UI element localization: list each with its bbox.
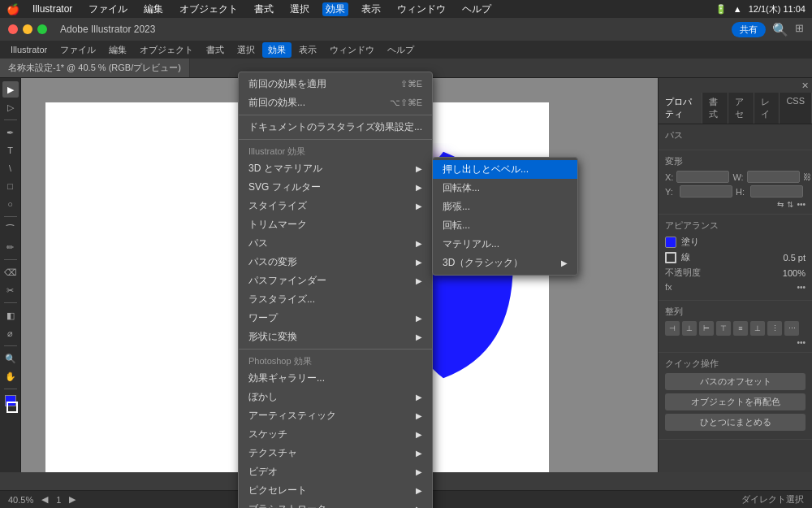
align-more-icon[interactable]: ••• [797,338,806,347]
tool-eraser[interactable]: ⌫ [2,264,19,280]
mac-menu-object[interactable]: オブジェクト [176,2,241,16]
mac-menu-help[interactable]: ヘルプ [459,2,495,16]
tool-paintbrush[interactable]: ⁀ [2,221,19,237]
tool-gradient[interactable]: ◧ [2,307,19,323]
mac-menu-file[interactable]: ファイル [85,2,131,16]
doc-tab[interactable]: 名称未設定-1* @ 40.5 % (RGB/プレビュー) [0,59,190,77]
menu-trim-marks[interactable]: トリムマーク [239,215,432,234]
nav-next[interactable]: ▶ [69,494,76,505]
tool-zoom[interactable]: 🔍 [2,350,19,367]
mac-menu-select[interactable]: 選択 [287,2,313,16]
tab-css[interactable]: CSS [780,93,812,124]
tool-select[interactable]: ▶ [2,81,19,98]
app-menu-type[interactable]: 書式 [201,42,230,58]
menu-distort-transform[interactable]: パスの変形 ▶ [239,253,432,271]
menu-path[interactable]: パス ▶ [239,234,432,253]
menu-extrude-bevel[interactable]: 押し出しとベベル... [433,160,577,179]
app-menu-edit[interactable]: 編集 [103,42,132,58]
distribute-v[interactable]: ⋯ [784,321,799,336]
menu-inflate[interactable]: 膨張... [433,198,577,216]
menu-sketch[interactable]: スケッチ ▶ [239,425,432,444]
share-button[interactable]: 共有 [732,22,766,37]
fill-color-swatch[interactable] [665,237,676,248]
menu-rasterize[interactable]: ラスタライズ... [239,290,432,309]
x-input[interactable] [676,171,729,183]
app-menu-view[interactable]: 表示 [293,42,322,58]
stroke-swatch[interactable] [6,402,18,413]
merge-button[interactable]: ひとつにまとめる [665,414,806,431]
app-menu-select[interactable]: 選択 [231,42,261,58]
align-top[interactable]: ⊤ [716,321,731,336]
app-menu-effect[interactable]: 効果 [262,42,292,58]
apple-icon[interactable]: 🍎 [6,3,19,15]
menu-artistic[interactable]: アーティスティック ▶ [239,406,432,425]
menu-svg-filters[interactable]: SVG フィルター ▶ [239,178,432,197]
tool-line[interactable]: \ [2,160,19,176]
mac-menu-effect[interactable]: 効果 [322,2,348,16]
mac-menu-window[interactable]: ウィンドウ [394,2,449,16]
nav-prev[interactable]: ◀ [41,494,48,505]
align-center-v[interactable]: ≡ [733,321,748,336]
menu-rotate[interactable]: 回転... [433,216,577,235]
tab-properties[interactable]: プロパティ [659,93,702,124]
tool-hand[interactable]: ✋ [2,368,19,384]
menu-warp[interactable]: ワープ ▶ [239,309,432,328]
tool-pencil[interactable]: ✏ [2,239,19,255]
flip-h-icon[interactable]: ⇆ [777,200,784,209]
minimize-button[interactable] [23,24,32,34]
menu-revolve[interactable]: 回転体... [433,179,577,198]
app-menu-file[interactable]: ファイル [54,42,102,58]
flip-v-icon[interactable]: ⇅ [787,200,793,209]
app-menu-object[interactable]: オブジェクト [134,42,199,58]
appearance-more-icon[interactable]: ••• [797,283,806,292]
y-input[interactable] [680,185,732,198]
app-menu-window[interactable]: ウィンドウ [324,42,380,58]
menu-stylize[interactable]: スタイライズ ▶ [239,197,432,215]
align-bottom[interactable]: ⊥ [750,321,765,336]
tab-layers[interactable]: レイ [754,93,780,124]
distribute-h[interactable]: ⋮ [767,321,782,336]
tab-assets[interactable]: アセ [728,93,754,124]
h-input[interactable] [750,185,803,198]
menu-rasterize-settings[interactable]: ドキュメントのラスタライズ効果設定... [239,118,432,137]
align-left[interactable]: ⊣ [665,321,680,336]
search-button[interactable]: 🔍 [772,22,788,37]
mac-menu-illustrator[interactable]: Illustrator [29,3,76,15]
tool-type[interactable]: T [2,142,19,158]
app-menu-illustrator[interactable]: Illustrator [5,43,53,56]
menu-3d-materials[interactable]: 3D とマテリアル ▶ 押し出しとベベル... 回転体... 膨張... 回転.… [239,159,432,178]
mac-menu-type[interactable]: 書式 [251,2,277,16]
menu-brush-stroke[interactable]: ブラシストローク ▶ [239,500,432,508]
w-input[interactable] [747,171,800,183]
menu-texture[interactable]: テクスチャ ▶ [239,444,432,462]
menu-convert-shape[interactable]: 形状に変換 ▶ [239,328,432,346]
mac-menu-edit[interactable]: 編集 [140,2,166,16]
tab-type[interactable]: 書式 [702,93,728,124]
path-offset-button[interactable]: パスのオフセット [665,373,806,390]
tool-pen[interactable]: ✒ [2,124,19,141]
menu-pathfinder[interactable]: パスファインダー ▶ [239,271,432,290]
menu-3d-classic[interactable]: 3D（クラシック） ▶ [433,254,577,272]
tool-rect[interactable]: □ [2,178,19,194]
menu-pixelate[interactable]: ピクセレート ▶ [239,481,432,500]
tool-eyedropper[interactable]: ⌀ [2,325,19,341]
menu-materials[interactable]: マテリアル... [433,235,577,254]
stroke-color-swatch[interactable] [665,252,676,263]
app-menu-help[interactable]: ヘルプ [382,42,420,58]
panel-close-icon[interactable]: ✕ [801,80,809,91]
more-icon[interactable]: ••• [797,200,806,209]
menu-blur[interactable]: ぼかし ▶ [239,388,432,406]
recolor-button[interactable]: オブジェクトを再配色 [665,393,806,410]
align-center-h[interactable]: ⊥ [682,321,697,336]
menu-filter-gallery[interactable]: 効果ギャラリー... [239,369,432,388]
mac-menu-view[interactable]: 表示 [358,2,384,16]
maximize-button[interactable] [37,24,47,34]
menu-last-effect-dialog[interactable]: 前回の効果... ⌥⇧⌘E [239,93,432,112]
menu-apply-last-effect[interactable]: 前回の効果を適用 ⇧⌘E [239,75,432,93]
arrange-button[interactable]: ⊞ [795,22,804,37]
menu-video[interactable]: ビデオ ▶ [239,462,432,481]
align-right[interactable]: ⊢ [699,321,714,336]
close-button[interactable] [8,24,18,34]
tool-scissors[interactable]: ✂ [2,282,19,298]
tool-direct-select[interactable]: ▷ [2,99,19,115]
